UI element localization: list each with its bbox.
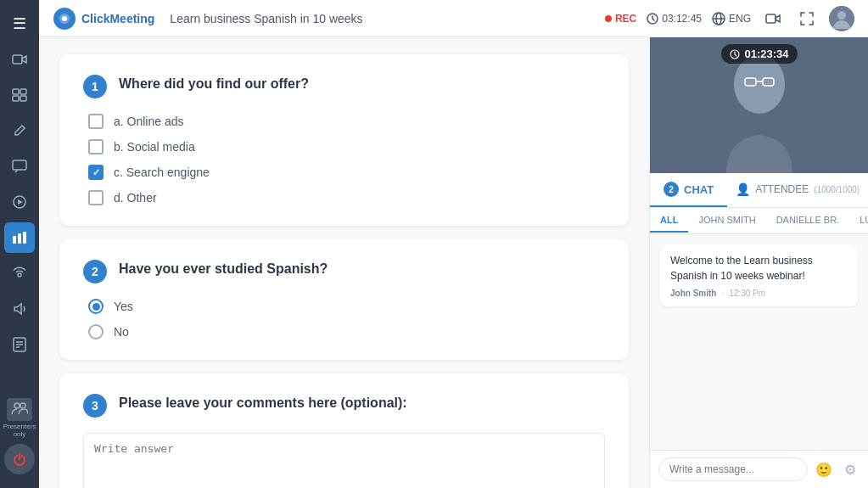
attendee-count: (1000/1000) [814, 185, 860, 194]
svg-rect-0 [13, 55, 22, 64]
media-icon[interactable] [4, 187, 35, 217]
menu-icon[interactable]: ☰ [4, 8, 35, 39]
chat-input-area: 🙂 ⚙ [650, 450, 868, 488]
poll-panel: 1 Where did you find our offer? a. Onlin… [39, 37, 649, 488]
meeting-title: Learn business Spanish in 10 weeks [170, 12, 362, 25]
chat-input[interactable] [658, 457, 808, 481]
fullscreen-button[interactable] [795, 7, 819, 31]
svg-rect-7 [13, 236, 16, 244]
poll-card-3: 3 Please leave your comments here (optio… [59, 373, 629, 488]
poll-card-1: 1 Where did you find our offer? a. Onlin… [59, 54, 629, 226]
globe-icon [712, 12, 725, 25]
brand-name: ClickMeeting [81, 12, 154, 25]
question-text-2: Have you ever studied Spanish? [119, 260, 328, 278]
poll-option[interactable]: Yes [88, 299, 605, 314]
svg-point-25 [837, 11, 846, 20]
user-avatar[interactable] [829, 6, 854, 31]
message-sender: John Smith [670, 289, 716, 298]
content-area: 1 Where did you find our offer? a. Onlin… [39, 37, 868, 488]
poll-options-2: Yes No [83, 299, 605, 339]
megaphone-icon[interactable] [4, 294, 35, 324]
timer-value: 03:12:45 [662, 13, 702, 25]
chat-badge: 2 [664, 182, 679, 197]
poll-option[interactable]: d. Other [88, 190, 605, 205]
messages-area: Welcome to the Learn business Spanish in… [650, 234, 868, 450]
timer-icon [729, 49, 739, 59]
recording-timer: 03:12:45 [647, 13, 702, 25]
chat-attendee-header: 2 CHAT 👤 ATTENDEE (1000/1000) [650, 173, 868, 208]
option-label: Yes [114, 300, 133, 313]
chat-tab[interactable]: 2 CHAT [650, 173, 727, 207]
option-label: d. Other [114, 191, 157, 205]
question-number-2: 2 [83, 260, 107, 283]
edit-icon[interactable] [4, 115, 35, 146]
clickmeeting-logo-icon [53, 7, 76, 31]
broadcast-icon[interactable] [4, 258, 35, 289]
svg-rect-3 [13, 96, 19, 101]
message-time: 12:30 Pm [729, 289, 765, 298]
message-item: Welcome to the Learn business Spanish in… [660, 244, 858, 306]
message-tabs: ALL JOHN SMITH DANIELLE BR. LUCAS C. › [650, 208, 868, 234]
message-separator: · [721, 289, 724, 298]
checkbox-1d[interactable] [88, 190, 104, 205]
power-icon[interactable] [4, 444, 35, 474]
rec-dot [605, 15, 612, 22]
sidebar: ☰ [0, 0, 39, 488]
language-selector[interactable]: ENG [712, 12, 751, 25]
attendee-tab[interactable]: 👤 ATTENDEE (1000/1000) [727, 174, 868, 206]
main-area: ClickMeeting Learn business Spanish in 1… [39, 0, 868, 488]
checkbox-1c[interactable] [88, 165, 104, 180]
comments-textarea[interactable] [83, 433, 605, 488]
poll-option[interactable]: No [88, 324, 605, 339]
chat-bubble-icon[interactable] [4, 151, 35, 182]
video-icon[interactable] [4, 44, 35, 75]
question-text-1: Where did you find our offer? [119, 75, 309, 93]
layout-icon[interactable] [4, 80, 35, 110]
clock-icon [647, 13, 658, 25]
checkbox-1b[interactable] [88, 139, 104, 154]
tab-danielle[interactable]: DANIELLE BR. [766, 209, 850, 233]
question-text-3: Please leave your comments here (optiona… [119, 394, 407, 412]
tab-all[interactable]: ALL [650, 209, 688, 233]
report-icon[interactable] [4, 329, 35, 360]
poll-options-1: a. Online ads b. Social media c. Search … [83, 114, 605, 205]
attendee-label: ATTENDEE [755, 183, 809, 195]
option-label: b. Social media [114, 140, 195, 154]
radio-yes[interactable] [88, 299, 104, 314]
svg-point-15 [14, 403, 20, 408]
tab-john-smith[interactable]: JOHN SMITH [688, 209, 765, 233]
message-text: Welcome to the Learn business Spanish in… [670, 253, 848, 283]
rec-label: REC [615, 13, 636, 25]
svg-rect-8 [18, 233, 21, 244]
video-area: 01:23:34 [650, 37, 868, 173]
poll-option[interactable]: a. Online ads [88, 114, 605, 129]
checkbox-1a[interactable] [88, 114, 104, 129]
settings-button[interactable]: ⚙ [841, 457, 860, 481]
topbar: ClickMeeting Learn business Spanish in 1… [39, 0, 868, 37]
poll-option[interactable]: c. Search engigne [88, 165, 605, 180]
radio-no[interactable] [88, 324, 104, 339]
tab-lucas[interactable]: LUCAS C. [849, 209, 868, 233]
svg-rect-23 [766, 14, 776, 23]
poll-icon[interactable] [4, 222, 35, 253]
chat-tab-label: CHAT [684, 183, 714, 196]
svg-point-10 [18, 273, 21, 277]
option-label: c. Search engigne [114, 165, 210, 179]
poll-card-2: 2 Have you ever studied Spanish? Yes No [59, 239, 629, 360]
video-timer: 01:23:34 [720, 44, 797, 64]
message-meta: John Smith · 12:30 Pm [670, 289, 848, 298]
svg-rect-2 [20, 89, 26, 94]
svg-rect-1 [13, 89, 19, 94]
camera-toggle-button[interactable] [761, 7, 785, 31]
svg-rect-4 [20, 96, 26, 101]
right-panel: 01:23:34 2 CHAT 👤 ATTENDEE (1000/1000) A… [649, 37, 868, 488]
question-number-1: 1 [83, 75, 107, 98]
emoji-button[interactable]: 🙂 [815, 457, 834, 481]
poll-option[interactable]: b. Social media [88, 139, 605, 154]
presenters-label: Presenters only [3, 398, 36, 439]
video-timer-value: 01:23:34 [744, 48, 788, 60]
svg-rect-9 [23, 232, 26, 244]
logo: ClickMeeting [53, 7, 154, 31]
attendee-icon: 👤 [736, 182, 750, 196]
svg-point-18 [62, 16, 67, 21]
